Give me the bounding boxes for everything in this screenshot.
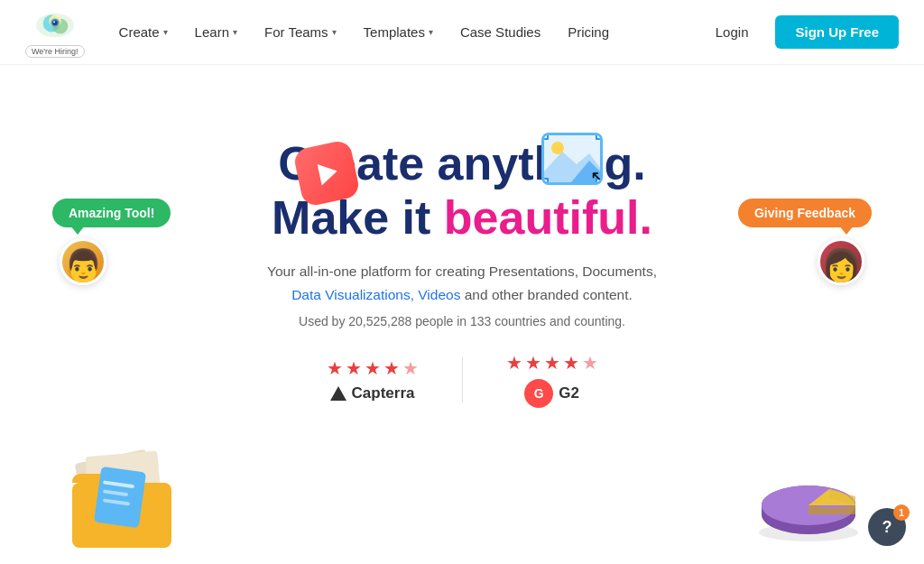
hero-section: ↖ Amazing Tool! 👨 Giving Feedback 👩 Crea… [0,65,924,408]
nav-pricing[interactable]: Pricing [555,17,622,47]
cursor-icon: ↖ [590,166,603,185]
g2-stars: ★ ★ ★ ★ ★ [506,352,598,374]
svg-marker-11 [330,386,346,401]
image-icon-decoration: ↖ [541,133,603,185]
navbar: We're Hiring! Create ▾ Learn ▾ For Teams… [0,0,924,65]
amazing-tool-bubble: Amazing Tool! 👨 [52,199,171,285]
logo-icon [32,7,79,43]
help-badge: 1 [893,504,910,521]
hero-subtitle-highlight: Data Visualizations, Videos [291,287,460,302]
svg-point-10 [551,142,564,154]
hero-title-line1: Create anything. [0,137,924,191]
nav-for-teams[interactable]: For Teams ▾ [252,17,349,47]
nav-case-studies[interactable]: Case Studies [448,17,553,47]
giving-feedback-bubble: Giving Feedback 👩 [738,199,872,285]
g2-icon: G [524,379,553,408]
help-icon: ? [882,518,892,537]
capterra-logo: Capterra [330,384,415,402]
chevron-down-icon: ▾ [429,27,433,37]
capterra-stars: ★ ★ ★ ★ ★ [327,357,419,379]
giving-feedback-label: Giving Feedback [738,199,872,227]
folder-illustration [54,438,199,555]
avatar-female: 👩 [818,238,864,285]
svg-rect-15 [94,467,146,528]
chevron-down-icon: ▾ [233,27,237,37]
capterra-icon [330,385,346,402]
capterra-rating: ★ ★ ★ ★ ★ Capterra [283,357,463,402]
nav-right: Login Sign Up Free [703,15,899,49]
play-shape-decoration [298,144,356,202]
svg-point-5 [52,20,58,25]
signup-button[interactable]: Sign Up Free [775,15,899,49]
avatar-male: 👨 [60,238,106,285]
ratings-row: ★ ★ ★ ★ ★ Capterra ★ ★ ★ ★ ★ G [0,352,924,408]
pie-chart-illustration [744,438,870,546]
g2-logo: G G2 [524,379,579,408]
chevron-down-icon: ▾ [163,27,168,37]
nav-create[interactable]: Create ▾ [106,17,180,47]
hiring-badge: We're Hiring! [25,45,85,58]
nav-templates[interactable]: Templates ▾ [351,17,446,47]
nav-links: Create ▾ Learn ▾ For Teams ▾ Templates ▾… [106,17,703,47]
help-button[interactable]: ? 1 [868,508,906,546]
g2-rating: ★ ★ ★ ★ ★ G G2 [463,352,642,408]
nav-learn[interactable]: Learn ▾ [182,17,250,47]
amazing-tool-label: Amazing Tool! [52,199,171,227]
hero-stats: Used by 20,525,288 people in 133 countri… [0,314,924,328]
chevron-down-icon: ▾ [332,27,337,37]
login-button[interactable]: Login [703,17,762,47]
logo-area: We're Hiring! [25,7,85,58]
svg-point-6 [53,21,55,23]
